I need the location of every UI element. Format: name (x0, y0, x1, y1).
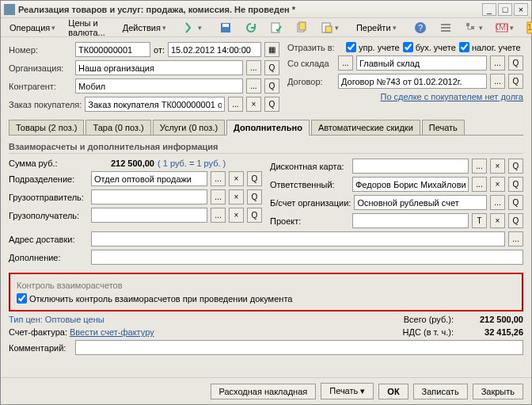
resp-select-button[interactable]: ... (472, 177, 487, 192)
order-clear-button[interactable]: × (246, 97, 261, 112)
wh-select-button[interactable]: ... (490, 55, 505, 71)
contr-open-button[interactable]: Q (264, 78, 279, 94)
waybill-button[interactable]: Расходная накладная (211, 384, 317, 399)
tab-tare[interactable]: Тара (0 поз.) (86, 120, 150, 135)
debt-link[interactable]: По сделке с покупателем нет долга (380, 92, 523, 101)
xml-icon[interactable]: XML▾ (490, 19, 519, 36)
mgmt-checkbox[interactable]: упр. учете (346, 42, 400, 52)
control-title: Контроль взаиморасчетов (17, 281, 515, 290)
sum-value: 212 500,00 (91, 159, 154, 168)
tab-goods[interactable]: Товары (2 поз.) (9, 120, 84, 135)
disc-label: Дисконтная карта: (270, 162, 349, 171)
resp-open-button[interactable]: Q (508, 177, 523, 192)
wh-type-button[interactable]: ... (338, 55, 353, 71)
resp-input[interactable] (352, 177, 469, 192)
1c-icon[interactable]: 1С (521, 19, 532, 36)
tab-services[interactable]: Услуги (0 поз.) (153, 120, 225, 135)
extra-subtitle: Взаиморасчеты и дополнительная информаци… (9, 140, 523, 154)
shipper-open-button[interactable]: Q (247, 189, 262, 204)
consignee-select-button[interactable]: ... (211, 208, 226, 223)
dept-open-button[interactable]: Q (247, 171, 262, 186)
comment-input[interactable] (75, 340, 523, 355)
wh-input[interactable] (356, 55, 487, 71)
dept-input[interactable] (91, 171, 207, 186)
org-open-button[interactable]: Q (264, 60, 279, 75)
svg-text:XML: XML (496, 22, 508, 32)
calendar-icon[interactable]: ▦ (264, 42, 279, 57)
org-select-button[interactable]: ... (246, 60, 261, 75)
contract-open-button[interactable]: Q (508, 74, 523, 89)
tab-discounts[interactable]: Автоматические скидки (311, 120, 420, 135)
svg-rect-11 (441, 30, 450, 32)
consignee-open-button[interactable]: Q (247, 208, 262, 223)
prices-button[interactable]: Цены и валюта... (63, 16, 110, 40)
contr-select-button[interactable]: ... (246, 78, 261, 94)
nav-icon[interactable]: ▾ (178, 19, 207, 36)
project-input[interactable] (352, 213, 469, 228)
list-icon[interactable] (434, 19, 458, 36)
order-input[interactable] (85, 97, 225, 112)
shipper-input[interactable] (91, 189, 207, 204)
maximize-button[interactable]: □ (498, 3, 512, 16)
goto-menu[interactable]: Перейти▾ (351, 21, 402, 35)
bankacc-select-button[interactable]: ... (490, 195, 505, 210)
project-clear-button[interactable]: × (490, 213, 505, 228)
consignee-clear-button[interactable]: × (229, 208, 244, 223)
contract-label: Договор: (287, 77, 335, 86)
resp-clear-button[interactable]: × (490, 177, 505, 192)
number-input[interactable] (75, 42, 150, 57)
contract-select-button[interactable]: ... (490, 74, 505, 89)
contr-input[interactable] (75, 78, 243, 94)
copy-icon[interactable] (290, 19, 314, 36)
dept-clear-button[interactable]: × (229, 171, 244, 186)
project-open-button[interactable]: Q (508, 213, 523, 228)
order-open-button[interactable]: Q (264, 97, 279, 112)
close-form-button[interactable]: Закрыть (473, 384, 523, 399)
disc-clear-button[interactable]: × (490, 159, 505, 174)
order-select-button[interactable]: ... (228, 97, 243, 112)
close-button[interactable]: × (514, 3, 528, 16)
post-icon[interactable] (264, 19, 288, 36)
tree-icon[interactable]: ▾ (459, 19, 488, 36)
project-t-button[interactable]: T (472, 213, 487, 228)
tab-extra[interactable]: Дополнительно (226, 120, 310, 136)
save-icon[interactable] (214, 19, 238, 36)
ok-button[interactable]: ОК (378, 384, 408, 399)
sum-label: Сумма руб.: (9, 159, 88, 168)
note-input[interactable] (91, 250, 523, 265)
disc-select-button[interactable]: ... (472, 159, 487, 174)
addr-select-button[interactable]: ... (508, 231, 523, 246)
shipper-select-button[interactable]: ... (211, 189, 226, 204)
bankacc-input[interactable] (354, 195, 487, 210)
tab-print[interactable]: Печать (422, 120, 465, 135)
invoice-link[interactable]: Ввести счет-фактуру (70, 327, 154, 337)
refresh-icon[interactable] (239, 19, 263, 36)
acc-checkbox[interactable]: бух. учете (403, 42, 456, 52)
total-label: Всего (руб.): (404, 315, 454, 324)
bankacc-open-button[interactable]: Q (508, 195, 523, 210)
operation-menu[interactable]: Операция▾ (4, 21, 61, 35)
tax-checkbox[interactable]: налог. учете (459, 42, 521, 52)
org-input[interactable] (75, 60, 243, 75)
disc-input[interactable] (352, 159, 469, 174)
rate-label: ( 1 руб. = 1 руб. ) (158, 159, 226, 168)
reflect-label: Отразить в: (287, 43, 343, 52)
help-icon[interactable]: ? (408, 19, 432, 36)
basedon-icon[interactable]: ▾ (315, 19, 344, 36)
shipper-clear-button[interactable]: × (229, 189, 244, 204)
disc-open-button[interactable]: Q (508, 159, 523, 174)
print-button[interactable]: Печать ▾ (321, 383, 374, 399)
total-value: 212 500,00 (460, 315, 523, 324)
actions-menu[interactable]: Действия▾ (117, 21, 172, 35)
disable-control-checkbox[interactable]: Отключить контроль взаиморасчетов при пр… (17, 293, 515, 304)
contract-input[interactable] (338, 74, 487, 89)
save-button[interactable]: Записать (413, 384, 468, 399)
order-label: Заказ покупателя: (9, 100, 82, 109)
wh-open-button[interactable]: Q (508, 55, 523, 71)
consignee-input[interactable] (91, 208, 207, 223)
minimize-button[interactable]: _ (482, 3, 496, 16)
date-input[interactable] (168, 42, 261, 57)
addr-input[interactable] (91, 231, 505, 246)
dept-select-button[interactable]: ... (211, 171, 226, 186)
app-icon (4, 4, 15, 15)
